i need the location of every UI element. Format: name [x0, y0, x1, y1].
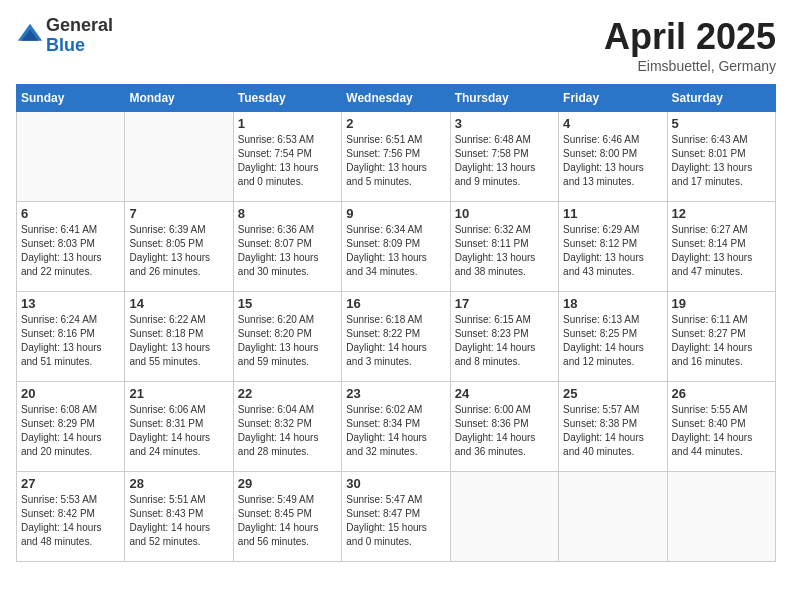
day-info: Sunrise: 6:06 AM Sunset: 8:31 PM Dayligh… — [129, 403, 228, 459]
day-info: Sunrise: 5:47 AM Sunset: 8:47 PM Dayligh… — [346, 493, 445, 549]
day-info: Sunrise: 6:53 AM Sunset: 7:54 PM Dayligh… — [238, 133, 337, 189]
day-info: Sunrise: 6:15 AM Sunset: 8:23 PM Dayligh… — [455, 313, 554, 369]
day-info: Sunrise: 6:08 AM Sunset: 8:29 PM Dayligh… — [21, 403, 120, 459]
location: Eimsbuettel, Germany — [604, 58, 776, 74]
day-number: 17 — [455, 296, 554, 311]
day-info: Sunrise: 6:32 AM Sunset: 8:11 PM Dayligh… — [455, 223, 554, 279]
day-info: Sunrise: 6:36 AM Sunset: 8:07 PM Dayligh… — [238, 223, 337, 279]
day-info: Sunrise: 5:57 AM Sunset: 8:38 PM Dayligh… — [563, 403, 662, 459]
day-number: 15 — [238, 296, 337, 311]
logo-blue: Blue — [46, 36, 113, 56]
calendar-day-5: 5Sunrise: 6:43 AM Sunset: 8:01 PM Daylig… — [667, 112, 775, 202]
calendar-day-17: 17Sunrise: 6:15 AM Sunset: 8:23 PM Dayli… — [450, 292, 558, 382]
day-number: 1 — [238, 116, 337, 131]
day-info: Sunrise: 6:48 AM Sunset: 7:58 PM Dayligh… — [455, 133, 554, 189]
day-info: Sunrise: 5:55 AM Sunset: 8:40 PM Dayligh… — [672, 403, 771, 459]
day-info: Sunrise: 6:29 AM Sunset: 8:12 PM Dayligh… — [563, 223, 662, 279]
calendar-day-30: 30Sunrise: 5:47 AM Sunset: 8:47 PM Dayli… — [342, 472, 450, 562]
day-number: 6 — [21, 206, 120, 221]
day-header-wednesday: Wednesday — [342, 85, 450, 112]
day-number: 20 — [21, 386, 120, 401]
day-info: Sunrise: 6:20 AM Sunset: 8:20 PM Dayligh… — [238, 313, 337, 369]
day-number: 12 — [672, 206, 771, 221]
day-number: 9 — [346, 206, 445, 221]
calendar-header: SundayMondayTuesdayWednesdayThursdayFrid… — [17, 85, 776, 112]
day-info: Sunrise: 6:04 AM Sunset: 8:32 PM Dayligh… — [238, 403, 337, 459]
day-number: 30 — [346, 476, 445, 491]
page-header: General Blue April 2025 Eimsbuettel, Ger… — [16, 16, 776, 74]
calendar-day-11: 11Sunrise: 6:29 AM Sunset: 8:12 PM Dayli… — [559, 202, 667, 292]
day-info: Sunrise: 6:24 AM Sunset: 8:16 PM Dayligh… — [21, 313, 120, 369]
day-number: 25 — [563, 386, 662, 401]
day-number: 8 — [238, 206, 337, 221]
day-number: 29 — [238, 476, 337, 491]
days-of-week-row: SundayMondayTuesdayWednesdayThursdayFrid… — [17, 85, 776, 112]
logo-text: General Blue — [46, 16, 113, 56]
day-info: Sunrise: 5:49 AM Sunset: 8:45 PM Dayligh… — [238, 493, 337, 549]
day-info: Sunrise: 6:34 AM Sunset: 8:09 PM Dayligh… — [346, 223, 445, 279]
day-number: 4 — [563, 116, 662, 131]
calendar-week-1: 1Sunrise: 6:53 AM Sunset: 7:54 PM Daylig… — [17, 112, 776, 202]
day-number: 7 — [129, 206, 228, 221]
day-info: Sunrise: 5:53 AM Sunset: 8:42 PM Dayligh… — [21, 493, 120, 549]
month-title: April 2025 — [604, 16, 776, 58]
calendar-day-26: 26Sunrise: 5:55 AM Sunset: 8:40 PM Dayli… — [667, 382, 775, 472]
day-info: Sunrise: 6:02 AM Sunset: 8:34 PM Dayligh… — [346, 403, 445, 459]
calendar-day-3: 3Sunrise: 6:48 AM Sunset: 7:58 PM Daylig… — [450, 112, 558, 202]
day-number: 14 — [129, 296, 228, 311]
calendar-week-5: 27Sunrise: 5:53 AM Sunset: 8:42 PM Dayli… — [17, 472, 776, 562]
calendar-day-21: 21Sunrise: 6:06 AM Sunset: 8:31 PM Dayli… — [125, 382, 233, 472]
day-number: 2 — [346, 116, 445, 131]
day-info: Sunrise: 6:18 AM Sunset: 8:22 PM Dayligh… — [346, 313, 445, 369]
calendar-day-7: 7Sunrise: 6:39 AM Sunset: 8:05 PM Daylig… — [125, 202, 233, 292]
day-info: Sunrise: 6:11 AM Sunset: 8:27 PM Dayligh… — [672, 313, 771, 369]
calendar-day-29: 29Sunrise: 5:49 AM Sunset: 8:45 PM Dayli… — [233, 472, 341, 562]
logo-icon — [16, 22, 44, 50]
day-number: 22 — [238, 386, 337, 401]
day-info: Sunrise: 6:46 AM Sunset: 8:00 PM Dayligh… — [563, 133, 662, 189]
day-number: 16 — [346, 296, 445, 311]
day-info: Sunrise: 6:22 AM Sunset: 8:18 PM Dayligh… — [129, 313, 228, 369]
day-number: 27 — [21, 476, 120, 491]
calendar-day-4: 4Sunrise: 6:46 AM Sunset: 8:00 PM Daylig… — [559, 112, 667, 202]
calendar-day-23: 23Sunrise: 6:02 AM Sunset: 8:34 PM Dayli… — [342, 382, 450, 472]
day-header-monday: Monday — [125, 85, 233, 112]
day-number: 5 — [672, 116, 771, 131]
calendar-day-28: 28Sunrise: 5:51 AM Sunset: 8:43 PM Dayli… — [125, 472, 233, 562]
day-info: Sunrise: 6:27 AM Sunset: 8:14 PM Dayligh… — [672, 223, 771, 279]
day-info: Sunrise: 6:41 AM Sunset: 8:03 PM Dayligh… — [21, 223, 120, 279]
day-header-sunday: Sunday — [17, 85, 125, 112]
calendar-day-9: 9Sunrise: 6:34 AM Sunset: 8:09 PM Daylig… — [342, 202, 450, 292]
calendar-day-8: 8Sunrise: 6:36 AM Sunset: 8:07 PM Daylig… — [233, 202, 341, 292]
calendar-week-4: 20Sunrise: 6:08 AM Sunset: 8:29 PM Dayli… — [17, 382, 776, 472]
day-number: 26 — [672, 386, 771, 401]
calendar-day-16: 16Sunrise: 6:18 AM Sunset: 8:22 PM Dayli… — [342, 292, 450, 382]
day-info: Sunrise: 6:00 AM Sunset: 8:36 PM Dayligh… — [455, 403, 554, 459]
day-info: Sunrise: 6:39 AM Sunset: 8:05 PM Dayligh… — [129, 223, 228, 279]
day-info: Sunrise: 6:51 AM Sunset: 7:56 PM Dayligh… — [346, 133, 445, 189]
calendar-body: 1Sunrise: 6:53 AM Sunset: 7:54 PM Daylig… — [17, 112, 776, 562]
day-number: 19 — [672, 296, 771, 311]
calendar-day-10: 10Sunrise: 6:32 AM Sunset: 8:11 PM Dayli… — [450, 202, 558, 292]
day-header-tuesday: Tuesday — [233, 85, 341, 112]
calendar-day-24: 24Sunrise: 6:00 AM Sunset: 8:36 PM Dayli… — [450, 382, 558, 472]
calendar-day-1: 1Sunrise: 6:53 AM Sunset: 7:54 PM Daylig… — [233, 112, 341, 202]
calendar-day-20: 20Sunrise: 6:08 AM Sunset: 8:29 PM Dayli… — [17, 382, 125, 472]
calendar-day-13: 13Sunrise: 6:24 AM Sunset: 8:16 PM Dayli… — [17, 292, 125, 382]
day-number: 28 — [129, 476, 228, 491]
calendar-day-27: 27Sunrise: 5:53 AM Sunset: 8:42 PM Dayli… — [17, 472, 125, 562]
calendar-week-2: 6Sunrise: 6:41 AM Sunset: 8:03 PM Daylig… — [17, 202, 776, 292]
day-info: Sunrise: 6:43 AM Sunset: 8:01 PM Dayligh… — [672, 133, 771, 189]
calendar-empty-cell — [559, 472, 667, 562]
day-header-thursday: Thursday — [450, 85, 558, 112]
day-header-friday: Friday — [559, 85, 667, 112]
day-number: 21 — [129, 386, 228, 401]
day-number: 18 — [563, 296, 662, 311]
calendar-day-12: 12Sunrise: 6:27 AM Sunset: 8:14 PM Dayli… — [667, 202, 775, 292]
day-number: 23 — [346, 386, 445, 401]
logo-general: General — [46, 16, 113, 36]
calendar-day-14: 14Sunrise: 6:22 AM Sunset: 8:18 PM Dayli… — [125, 292, 233, 382]
day-number: 13 — [21, 296, 120, 311]
calendar-day-19: 19Sunrise: 6:11 AM Sunset: 8:27 PM Dayli… — [667, 292, 775, 382]
title-block: April 2025 Eimsbuettel, Germany — [604, 16, 776, 74]
